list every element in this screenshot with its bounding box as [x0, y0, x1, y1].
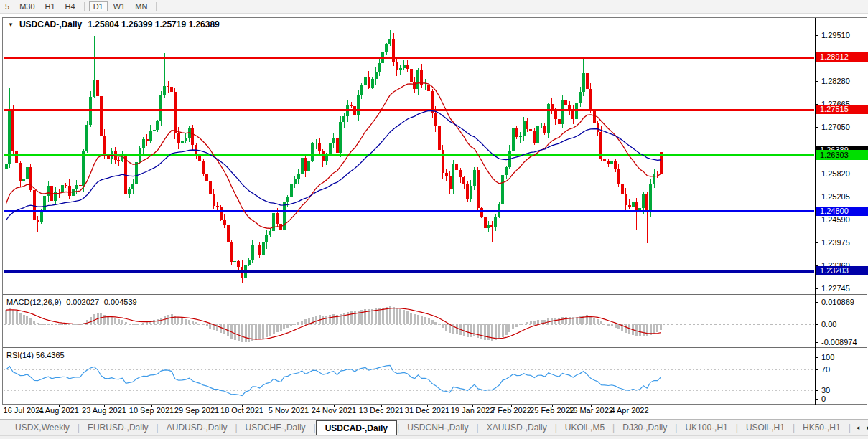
- y-axis-tick-label: 1.24590: [821, 215, 850, 224]
- macd-bar: [266, 324, 268, 337]
- tab-usdcnh-daily[interactable]: USDCNH-,Daily: [399, 420, 476, 435]
- y-axis-tick-label: 1.28280: [821, 77, 850, 85]
- tab-ukoil-m5[interactable]: UKOil-,M5: [557, 420, 612, 435]
- macd-bar: [33, 321, 35, 324]
- macd-bar: [26, 316, 28, 324]
- macd-bar: [508, 324, 510, 332]
- rsi-axis-tick-label: 0: [821, 395, 826, 403]
- macd-bar: [589, 316, 592, 324]
- tab-eurusd-daily[interactable]: EURUSD-,Daily: [80, 420, 157, 435]
- timeframe-button-h1[interactable]: H1: [41, 1, 60, 11]
- timeframe-button-h4[interactable]: H4: [61, 1, 80, 11]
- macd-bar: [19, 313, 22, 324]
- macd-bar: [206, 324, 208, 326]
- x-axis-date-label: 7 Feb 2022: [491, 406, 531, 415]
- macd-bar: [248, 324, 250, 342]
- macd-bar: [406, 311, 409, 324]
- macd-bar: [484, 324, 486, 340]
- macd-bar: [653, 324, 655, 334]
- tab-usdcad-daily[interactable]: USDCAD-,Daily: [316, 420, 397, 435]
- x-axis-date-label: 4 Apr 2022: [610, 406, 648, 415]
- y-axis-tick-label: 1.27050: [821, 123, 850, 131]
- macd-axis-tick-label: 0.010869: [821, 298, 854, 306]
- timeframe-button-d1[interactable]: D1: [89, 1, 108, 11]
- tab-audusd-daily[interactable]: AUDUSD-,Daily: [159, 420, 235, 435]
- timeframe-button-m30[interactable]: M30: [15, 1, 39, 11]
- macd-bar: [216, 324, 218, 331]
- macd-bar: [449, 324, 451, 333]
- y-axis-tick-label: 1.29510: [821, 31, 850, 39]
- macd-bar: [283, 324, 285, 329]
- macd-bar: [61, 324, 63, 325]
- macd-bar: [238, 324, 240, 341]
- timeframe-button-w1[interactable]: W1: [109, 1, 130, 11]
- macd-bar: [86, 320, 88, 324]
- macd-bar: [569, 317, 571, 324]
- macd-bar: [276, 324, 279, 332]
- tab-usdchf-daily[interactable]: USDCHF-,Daily: [238, 420, 314, 435]
- macd-bar: [428, 318, 430, 324]
- macd-bar: [286, 324, 289, 328]
- x-axis-date-label: 23 Aug 2021: [82, 406, 126, 415]
- tab-xauusd-daily[interactable]: XAUUSD-,Daily: [479, 420, 555, 435]
- chart-plot-area[interactable]: [4, 18, 815, 294]
- macd-bar: [643, 324, 645, 336]
- macd-bar: [75, 324, 78, 325]
- price-level-label-1.24800: 1.24800: [816, 207, 868, 216]
- timeframe-button-5[interactable]: 5: [1, 1, 14, 11]
- tab-usoil-h1[interactable]: USOil-,H1: [738, 420, 793, 435]
- macd-bar: [350, 311, 353, 324]
- x-axis-date-label: 31 Dec 2021: [405, 406, 449, 415]
- macd-bar: [44, 324, 46, 325]
- macd-bar: [604, 324, 606, 324]
- timeframe-toolbar: 5M30H1H4D1W1MN: [0, 0, 868, 14]
- x-axis-date-label: 18 Oct 2021: [220, 406, 263, 415]
- macd-bar: [386, 307, 388, 324]
- macd-bar: [473, 324, 475, 336]
- tab-scroll-left-icon[interactable]: ◄: [855, 425, 861, 431]
- macd-bar: [322, 316, 324, 324]
- macd-bar: [515, 324, 518, 327]
- macd-bar: [656, 324, 658, 332]
- macd-bar: [558, 318, 560, 324]
- macd-bar: [340, 314, 342, 324]
- macd-bar: [209, 324, 211, 329]
- macd-bar: [118, 319, 120, 324]
- macd-bar: [332, 314, 335, 324]
- macd-bar: [280, 324, 282, 331]
- macd-bar: [245, 324, 247, 342]
- macd-bar: [502, 324, 504, 337]
- macd-bar: [505, 324, 508, 335]
- price-level-label-1.27515: 1.27515: [816, 105, 868, 114]
- macd-bar: [167, 315, 169, 324]
- macd-bar: [498, 324, 500, 339]
- price-level-label-1.28912: 1.28912: [816, 52, 868, 62]
- macd-bar: [47, 324, 50, 325]
- macd-bar: [114, 318, 116, 324]
- x-axis-date-label: 4 Aug 2021: [39, 406, 79, 415]
- chart-tabs-bar: USDX,Weekly|EURUSD-,Daily|AUDUSD-,Daily|…: [0, 419, 868, 435]
- macd-bar: [561, 317, 564, 324]
- macd-indicator-label: MACD(12,26,9) -0.002027 -0.004539: [6, 298, 137, 306]
- macd-bar: [477, 324, 479, 338]
- macd-bar: [600, 321, 602, 324]
- tab-dj30-daily[interactable]: DJ30-,Daily: [615, 420, 675, 435]
- macd-bar: [290, 324, 292, 326]
- y-axis-tick-label: 1.25820: [821, 169, 850, 178]
- y-axis-tick-label: 1.22745: [821, 284, 850, 293]
- x-axis-date-label: 16 Jul 2021: [4, 406, 45, 415]
- tab-uk100-h1[interactable]: UK100-,H1: [677, 420, 735, 435]
- tab-hk50-h1[interactable]: HK50-,H1: [795, 420, 849, 435]
- macd-bar: [414, 314, 416, 324]
- macd-bar: [470, 324, 472, 337]
- tab-usdx-weekly[interactable]: USDX,Weekly: [7, 420, 78, 435]
- timeframe-button-mn[interactable]: MN: [131, 1, 151, 11]
- toolbar-divider: [84, 2, 85, 11]
- macd-bar: [188, 320, 190, 324]
- macd-bar: [378, 308, 381, 324]
- macd-bar: [234, 324, 236, 340]
- macd-bar: [258, 324, 261, 339]
- macd-bar: [185, 319, 187, 324]
- macd-bar: [410, 313, 412, 324]
- x-axis-date-label: 29 Sep 2021: [174, 406, 219, 415]
